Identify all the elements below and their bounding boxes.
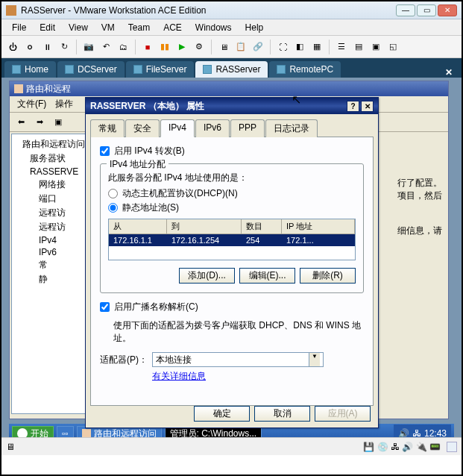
tree-ra1[interactable]: 远程访 <box>13 206 84 220</box>
rras-menu-file[interactable]: 文件(F) <box>13 96 51 112</box>
vm-icon <box>277 65 286 74</box>
screen-icon[interactable]: 🖥 <box>215 39 232 55</box>
dialog-close-icon[interactable]: ✕ <box>361 101 374 112</box>
ok-button[interactable]: 确定 <box>194 406 250 422</box>
apply-button[interactable]: 应用(A) <box>315 406 371 422</box>
dialog-title: RASSERVER （本地） 属性 ? ✕ <box>86 98 378 114</box>
tree-ports[interactable]: 端口 <box>13 192 84 206</box>
snapshot-icon[interactable]: 📷 <box>81 39 97 55</box>
menu-ace[interactable]: ACE <box>157 21 188 34</box>
group-text: 此服务器分配 IPv4 地址使用的是： <box>108 172 356 184</box>
view-icon[interactable]: ▦ <box>309 39 325 55</box>
tab-rasserver[interactable]: RASServer <box>195 61 268 78</box>
adapter-combo[interactable]: 本地连接 ▼ <box>152 352 324 367</box>
dialog-tabs: 常规 安全 IPv4 IPv6 PPP 日志记录 <box>90 119 374 137</box>
vm-icon <box>65 65 74 74</box>
toolbar: ⏻ ⭘ ⏸ ↻ 📷 ↶ 🗂 ■ ▮▮ ▶ ⚙ 🖥 📋 🔗 ⛶ ◧ ▦ ☰ ▤ ▣… <box>1 36 462 58</box>
tab-close-icon[interactable]: ✕ <box>439 67 459 78</box>
menu-windows[interactable]: Windows <box>189 21 238 34</box>
revert-icon[interactable]: ↶ <box>98 39 114 55</box>
tree-gen[interactable]: 常 <box>13 258 84 272</box>
add-button[interactable]: 添加(D)... <box>179 268 235 284</box>
fullscreen-icon[interactable]: ⛶ <box>274 39 291 55</box>
ip-assignment-group: IPv4 地址分配 此服务器分配 IPv4 地址使用的是： 动态主机配置协议(D… <box>100 163 364 293</box>
adapter-text: 使用下面的适配器为拨号客户端获取 DHCP、DNS 和 WINS 地址。 <box>113 319 364 345</box>
help-icon[interactable]: ? <box>347 101 359 112</box>
delete-button[interactable]: 删除(R) <box>300 268 356 284</box>
tab-dcserver[interactable]: DCServer <box>57 61 125 78</box>
table-row[interactable]: 172.16.1.1 172.16.1.254 254 172.1... <box>109 234 355 246</box>
chk-broadcast[interactable]: 启用广播名称解析(C) <box>100 301 364 313</box>
table-header: 从 到 数目 IP 地址 <box>109 219 355 234</box>
settings-icon[interactable]: ⚙ <box>191 39 207 55</box>
cancel-button[interactable]: 取消 <box>254 406 310 422</box>
chk-forward-box[interactable] <box>100 146 110 156</box>
rras-tree[interactable]: 路由和远程访问 服务器状 RASSERVE 网络接 端口 远程访 远程访 IPv… <box>11 134 86 414</box>
more-info-link[interactable]: 有关详细信息 <box>152 371 206 381</box>
capture-icon[interactable]: 📋 <box>233 39 249 55</box>
address-pool-table[interactable]: 从 到 数目 IP 地址 172.16.1.1 172.16.1.254 254… <box>108 219 356 260</box>
chevron-down-icon[interactable]: ▼ <box>309 353 320 366</box>
sidebar-icon[interactable]: ☰ <box>333 39 350 55</box>
vm-tabs: Home DCServer FileServer RASServer Remot… <box>1 58 462 78</box>
thumbnail-icon[interactable]: ▤ <box>350 39 367 55</box>
vm-icon <box>133 65 142 74</box>
menu-team[interactable]: Team <box>122 21 156 34</box>
window-title: RASServer - VMware Workstation ACE Editi… <box>21 5 207 16</box>
tab-general[interactable]: 常规 <box>90 119 125 137</box>
menu-view[interactable]: View <box>63 21 94 34</box>
vm-icon <box>203 65 212 74</box>
grab-icon[interactable] <box>447 442 457 452</box>
radio-dhcp[interactable]: 动态主机配置协议(DHCP)(N) <box>108 187 356 200</box>
play-icon[interactable]: ▶ <box>174 39 190 55</box>
table-empty <box>109 246 355 260</box>
menu-file[interactable]: File <box>6 21 32 34</box>
tab-log[interactable]: 日志记录 <box>265 119 318 137</box>
pause-icon[interactable]: ▮▮ <box>157 39 173 55</box>
tree-nic[interactable]: 网络接 <box>13 178 84 192</box>
network-icon[interactable]: 🔗 <box>250 39 266 55</box>
tab-security[interactable]: 安全 <box>125 119 160 137</box>
stop-icon[interactable]: ■ <box>139 39 156 55</box>
summary-icon[interactable]: ◱ <box>385 39 401 55</box>
tree-root[interactable]: 路由和远程访问 <box>13 137 84 151</box>
console-icon[interactable]: ▣ <box>368 39 384 55</box>
tree-ra2[interactable]: 远程访 <box>13 220 84 234</box>
suspend-icon[interactable]: ⏸ <box>39 39 55 55</box>
tab-ppp[interactable]: PPP <box>230 119 265 137</box>
vmware-statusbar: 🖥 💾 💿 🖧 🔊 🔌 📟 <box>1 437 462 455</box>
tab-fileserver[interactable]: FileServer <box>126 61 195 78</box>
manage-snap-icon[interactable]: 🗂 <box>115 39 131 55</box>
rras-menu-action[interactable]: 操作 <box>51 96 78 112</box>
tab-remotepc[interactable]: RemotePC <box>269 61 341 78</box>
app-icon <box>6 5 16 16</box>
tab-home[interactable]: Home <box>4 61 56 78</box>
power-off-icon[interactable]: ⭘ <box>22 39 38 55</box>
radio-static[interactable]: 静态地址池(S) <box>108 201 356 214</box>
up-icon[interactable]: ▣ <box>50 114 66 131</box>
tab-ipv4[interactable]: IPv4 <box>160 119 195 137</box>
unity-icon[interactable]: ◧ <box>292 39 308 55</box>
minimize-button[interactable]: — <box>396 4 415 16</box>
close-button[interactable]: ✕ <box>438 4 457 16</box>
tree-static[interactable]: 静 <box>13 272 84 286</box>
titlebar: RASServer - VMware Workstation ACE Editi… <box>1 1 462 19</box>
back-icon[interactable]: ⬅ <box>13 114 29 131</box>
menu-edit[interactable]: Edit <box>34 21 61 34</box>
chk-broadcast-box[interactable] <box>100 302 110 312</box>
maximize-button[interactable]: ▭ <box>417 4 436 16</box>
tab-ipv6[interactable]: IPv6 <box>195 119 230 137</box>
group-legend: IPv4 地址分配 <box>107 158 168 171</box>
chk-forward[interactable]: 启用 IPv4 转发(B) <box>100 145 364 157</box>
fwd-icon[interactable]: ➡ <box>31 114 48 131</box>
power-on-icon[interactable]: ⏻ <box>4 39 21 55</box>
reset-icon[interactable]: ↻ <box>56 39 72 55</box>
menu-vm[interactable]: VM <box>95 21 121 34</box>
menu-help[interactable]: Help <box>239 21 270 34</box>
tree-status[interactable]: 服务器状 <box>13 151 84 166</box>
tree-ipv6[interactable]: IPv6 <box>13 246 84 258</box>
tree-server[interactable]: RASSERVE <box>13 166 84 178</box>
device-icons[interactable]: 💾 💿 🖧 🔊 🔌 📟 <box>363 442 441 452</box>
tree-ipv4[interactable]: IPv4 <box>13 234 84 246</box>
edit-button[interactable]: 编辑(E)... <box>239 268 295 284</box>
